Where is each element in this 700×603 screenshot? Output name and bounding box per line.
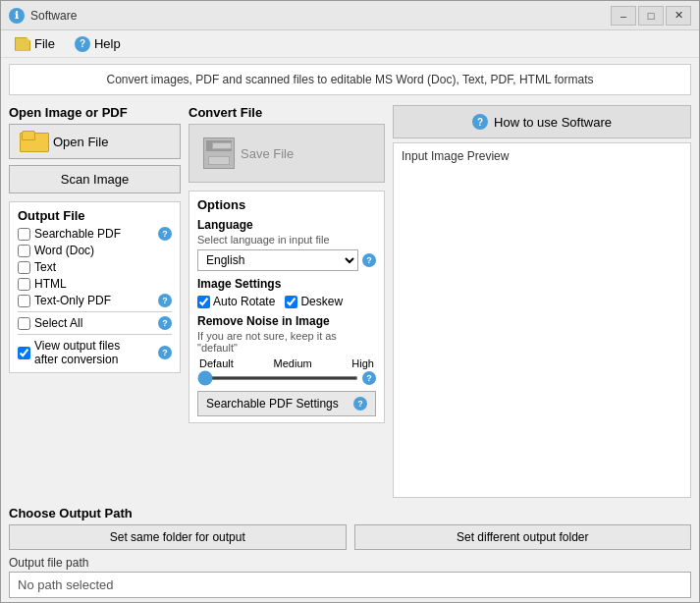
language-title: Language [197, 218, 376, 232]
open-section: Open Image or PDF Open File Scan Image [9, 105, 181, 193]
searchable-pdf-help-icon[interactable]: ? [158, 227, 172, 241]
text-only-pdf-label: Text-Only PDF [34, 294, 111, 307]
noise-labels: Default Medium High [197, 357, 376, 369]
how-to-label: How to use Software [494, 115, 612, 130]
noise-medium-label: Medium [274, 357, 312, 369]
image-settings-title: Image Settings [197, 277, 376, 291]
language-hint-text: Select language in input file [197, 234, 330, 246]
disk-icon [203, 137, 235, 169]
noise-slider[interactable] [197, 376, 358, 380]
text-checkbox[interactable] [18, 261, 30, 274]
maximize-button[interactable]: □ [638, 6, 664, 26]
language-select-row: English French German Spanish ? [197, 249, 376, 271]
noise-title: Remove Noise in Image [197, 314, 376, 328]
word-doc-label: Word (Doc) [34, 244, 94, 257]
bottom-section: Choose Output Path Set same folder for o… [1, 506, 699, 602]
banner-text: Convert images, PDF and scanned files to… [107, 73, 594, 86]
convert-section-title: Convert File [188, 105, 385, 120]
view-output-help-icon[interactable]: ? [158, 346, 172, 359]
open-section-title: Open Image or PDF [9, 105, 181, 120]
auto-rotate-text: Auto Rotate [213, 295, 275, 308]
options-section: Options Language Select language in inpu… [188, 191, 385, 423]
checkbox-html: HTML [18, 277, 172, 291]
image-settings-row: Auto Rotate Deskew [197, 295, 376, 308]
output-path-field: No path selected [9, 572, 691, 598]
noise-help-icon[interactable]: ? [362, 371, 376, 385]
word-doc-checkbox[interactable] [18, 245, 30, 257]
disk-body [208, 156, 230, 165]
view-output-label: View output files after conversion [34, 339, 120, 366]
menu-file[interactable]: File [7, 33, 63, 54]
convert-section: Convert File Save File [188, 105, 385, 183]
output-btn-row: Set same folder for output Set different… [9, 524, 691, 550]
folder-icon [20, 131, 47, 152]
disk-label [212, 142, 232, 149]
noise-description: If you are not sure, keep it as "default… [197, 330, 376, 354]
deskew-label[interactable]: Deskew [285, 295, 343, 308]
view-output-checkbox[interactable] [18, 347, 30, 359]
banner: Convert images, PDF and scanned files to… [9, 64, 691, 95]
checkbox-text-only-pdf: Text-Only PDF ? [18, 294, 172, 307]
save-file-button[interactable]: Save File [188, 124, 385, 183]
main-content: Open Image or PDF Open File Scan Image O… [1, 101, 699, 506]
searchable-pdf-settings-help-icon[interactable]: ? [353, 397, 367, 411]
checkbox-select-all: Select All ? [18, 316, 172, 330]
help-menu-icon: ? [75, 36, 90, 52]
noise-high-label: High [351, 357, 374, 369]
auto-rotate-checkbox[interactable] [197, 296, 210, 308]
right-panel: ? How to use Software Input Image Previe… [393, 105, 691, 498]
file-icon [15, 37, 30, 51]
select-all-label: Select All [34, 316, 82, 330]
text-only-pdf-checkbox[interactable] [18, 295, 30, 307]
open-file-label: Open File [53, 135, 108, 149]
separator-1 [18, 311, 172, 312]
open-file-button[interactable]: Open File [9, 124, 181, 159]
left-panel: Open Image or PDF Open File Scan Image O… [9, 105, 181, 498]
app-icon: ℹ [9, 8, 25, 24]
menu-help[interactable]: ? Help [67, 33, 129, 55]
choose-output-title: Choose Output Path [9, 506, 691, 521]
scan-image-button[interactable]: Scan Image [9, 165, 181, 193]
middle-panel: Convert File Save File Options Language … [188, 105, 385, 498]
text-label: Text [34, 260, 56, 274]
title-bar: ℹ Software – □ ✕ [1, 1, 699, 30]
searchable-pdf-checkbox[interactable] [18, 228, 30, 241]
select-all-help-icon[interactable]: ? [158, 316, 172, 330]
output-path-label: Output file path [9, 556, 691, 570]
deskew-checkbox[interactable] [285, 296, 297, 308]
separator-2 [18, 334, 172, 335]
checkbox-searchable-pdf: Searchable PDF ? [18, 227, 172, 241]
same-folder-button[interactable]: Set same folder for output [9, 524, 347, 550]
different-folder-button[interactable]: Set different output folder [354, 524, 692, 550]
view-output-row: View output files after conversion ? [18, 339, 172, 366]
output-file-section: Output File Searchable PDF ? Word (Doc) … [9, 201, 181, 373]
title-controls: – □ ✕ [611, 6, 691, 26]
title-bar-left: ℹ Software [9, 8, 77, 24]
text-only-pdf-help-icon[interactable]: ? [158, 294, 172, 307]
window-title: Software [30, 9, 77, 23]
searchable-pdf-label: Searchable PDF [34, 227, 121, 241]
menu-help-label: Help [94, 36, 121, 51]
options-title: Options [197, 197, 376, 212]
main-window: ℹ Software – □ ✕ File ? Help Convert ima… [0, 0, 700, 603]
noise-slider-row: ? [197, 371, 376, 385]
select-all-checkbox[interactable] [18, 317, 30, 330]
preview-box: Input Image Preview [393, 142, 691, 498]
auto-rotate-label[interactable]: Auto Rotate [197, 295, 275, 308]
html-label: HTML [34, 277, 67, 291]
searchable-pdf-settings-button[interactable]: Searchable PDF Settings ? [197, 391, 376, 416]
minimize-button[interactable]: – [611, 6, 636, 26]
checkbox-word-doc: Word (Doc) [18, 244, 172, 257]
save-file-label: Save File [241, 146, 294, 161]
checkbox-text: Text [18, 260, 172, 274]
menu-file-label: File [34, 36, 55, 51]
language-select[interactable]: English French German Spanish [197, 249, 358, 271]
output-section-title: Output File [18, 208, 172, 223]
language-help-icon[interactable]: ? [362, 253, 376, 267]
how-to-button[interactable]: ? How to use Software [393, 105, 691, 138]
noise-default-label: Default [199, 357, 234, 369]
close-button[interactable]: ✕ [666, 6, 691, 26]
searchable-pdf-settings-label: Searchable PDF Settings [206, 397, 339, 411]
preview-label: Input Image Preview [402, 149, 509, 163]
html-checkbox[interactable] [18, 278, 30, 291]
